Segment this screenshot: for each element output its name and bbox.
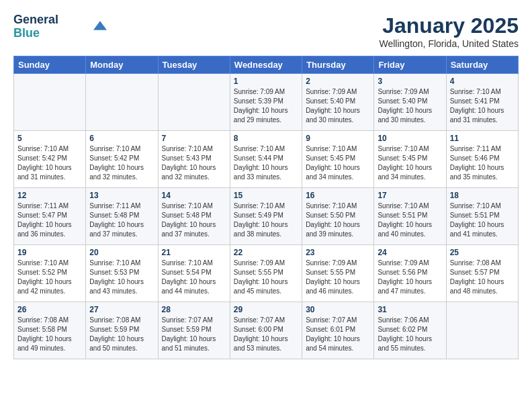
calendar-table: Sunday Monday Tuesday Wednesday Thursday… (13, 56, 519, 359)
calendar-cell: 25Sunrise: 7:08 AM Sunset: 5:57 PM Dayli… (446, 245, 518, 302)
day-info: Sunrise: 7:10 AM Sunset: 5:42 PM Dayligh… (89, 144, 154, 182)
calendar-cell: 8Sunrise: 7:10 AM Sunset: 5:44 PM Daylig… (230, 131, 302, 188)
day-number: 23 (306, 248, 370, 257)
day-info: Sunrise: 7:10 AM Sunset: 5:45 PM Dayligh… (306, 144, 370, 182)
col-thursday: Thursday (302, 56, 374, 74)
day-info: Sunrise: 7:09 AM Sunset: 5:39 PM Dayligh… (234, 87, 298, 125)
calendar-cell: 5Sunrise: 7:10 AM Sunset: 5:42 PM Daylig… (14, 131, 86, 188)
day-info: Sunrise: 7:09 AM Sunset: 5:56 PM Dayligh… (378, 259, 442, 296)
calendar-week-row: 26Sunrise: 7:08 AM Sunset: 5:58 PM Dayli… (14, 302, 519, 359)
day-info: Sunrise: 7:10 AM Sunset: 5:43 PM Dayligh… (162, 144, 226, 182)
calendar-cell: 23Sunrise: 7:09 AM Sunset: 5:55 PM Dayli… (302, 245, 374, 302)
day-number: 19 (17, 248, 82, 257)
calendar-header-row: Sunday Monday Tuesday Wednesday Thursday… (14, 56, 519, 74)
day-number: 29 (234, 305, 298, 314)
day-number: 10 (378, 134, 442, 143)
calendar-cell: 15Sunrise: 7:10 AM Sunset: 5:49 PM Dayli… (230, 188, 302, 245)
calendar-cell: 26Sunrise: 7:08 AM Sunset: 5:58 PM Dayli… (14, 302, 86, 359)
day-info: Sunrise: 7:09 AM Sunset: 5:55 PM Dayligh… (306, 259, 370, 296)
col-sunday: Sunday (14, 56, 86, 74)
calendar-cell: 29Sunrise: 7:07 AM Sunset: 6:00 PM Dayli… (230, 302, 302, 359)
logo-text: GeneralBlue (13, 13, 58, 40)
calendar-week-row: 1Sunrise: 7:09 AM Sunset: 5:39 PM Daylig… (14, 74, 519, 131)
calendar-cell: 6Sunrise: 7:10 AM Sunset: 5:42 PM Daylig… (86, 131, 158, 188)
day-number: 15 (234, 191, 298, 200)
day-info: Sunrise: 7:10 AM Sunset: 5:53 PM Dayligh… (89, 259, 154, 296)
calendar-cell: 31Sunrise: 7:06 AM Sunset: 6:02 PM Dayli… (374, 302, 446, 359)
col-monday: Monday (86, 56, 158, 74)
calendar-cell: 18Sunrise: 7:10 AM Sunset: 5:51 PM Dayli… (446, 188, 518, 245)
calendar-cell: 19Sunrise: 7:10 AM Sunset: 5:52 PM Dayli… (14, 245, 86, 302)
calendar-cell: 13Sunrise: 7:11 AM Sunset: 5:48 PM Dayli… (86, 188, 158, 245)
day-number: 12 (17, 191, 82, 200)
day-number: 2 (306, 77, 370, 86)
logo-icon (93, 21, 107, 30)
day-info: Sunrise: 7:10 AM Sunset: 5:41 PM Dayligh… (450, 87, 515, 125)
day-number: 14 (162, 191, 226, 200)
day-number: 21 (162, 248, 226, 257)
day-info: Sunrise: 7:06 AM Sunset: 6:02 PM Dayligh… (378, 316, 442, 353)
calendar-subtitle: Wellington, Florida, United States (379, 38, 519, 49)
col-friday: Friday (374, 56, 446, 74)
logo: GeneralBlue (13, 13, 107, 40)
day-info: Sunrise: 7:10 AM Sunset: 5:44 PM Dayligh… (234, 144, 298, 182)
day-number: 6 (89, 134, 154, 143)
calendar-cell: 21Sunrise: 7:10 AM Sunset: 5:54 PM Dayli… (158, 245, 230, 302)
calendar-cell: 3Sunrise: 7:09 AM Sunset: 5:40 PM Daylig… (374, 74, 446, 131)
calendar-cell: 17Sunrise: 7:10 AM Sunset: 5:51 PM Dayli… (374, 188, 446, 245)
day-info: Sunrise: 7:10 AM Sunset: 5:52 PM Dayligh… (17, 259, 82, 296)
day-number: 4 (450, 77, 515, 86)
page-header: GeneralBlue January 2025 Wellington, Flo… (13, 13, 519, 49)
calendar-week-row: 19Sunrise: 7:10 AM Sunset: 5:52 PM Dayli… (14, 245, 519, 302)
day-number: 16 (306, 191, 370, 200)
day-number: 25 (450, 248, 515, 257)
day-info: Sunrise: 7:07 AM Sunset: 6:01 PM Dayligh… (306, 316, 370, 353)
day-info: Sunrise: 7:09 AM Sunset: 5:55 PM Dayligh… (234, 259, 298, 296)
day-info: Sunrise: 7:09 AM Sunset: 5:40 PM Dayligh… (306, 87, 370, 125)
day-number: 30 (306, 305, 370, 314)
calendar-cell: 10Sunrise: 7:10 AM Sunset: 5:45 PM Dayli… (374, 131, 446, 188)
day-info: Sunrise: 7:10 AM Sunset: 5:45 PM Dayligh… (378, 144, 442, 182)
col-wednesday: Wednesday (230, 56, 302, 74)
day-info: Sunrise: 7:10 AM Sunset: 5:49 PM Dayligh… (234, 201, 298, 239)
calendar-week-row: 5Sunrise: 7:10 AM Sunset: 5:42 PM Daylig… (14, 131, 519, 188)
day-info: Sunrise: 7:08 AM Sunset: 5:59 PM Dayligh… (89, 316, 154, 353)
day-number: 9 (306, 134, 370, 143)
calendar-cell: 28Sunrise: 7:07 AM Sunset: 5:59 PM Dayli… (158, 302, 230, 359)
day-info: Sunrise: 7:11 AM Sunset: 5:48 PM Dayligh… (89, 201, 154, 239)
calendar-cell: 20Sunrise: 7:10 AM Sunset: 5:53 PM Dayli… (86, 245, 158, 302)
calendar-week-row: 12Sunrise: 7:11 AM Sunset: 5:47 PM Dayli… (14, 188, 519, 245)
col-saturday: Saturday (446, 56, 518, 74)
day-number: 24 (378, 248, 442, 257)
calendar-cell: 27Sunrise: 7:08 AM Sunset: 5:59 PM Dayli… (86, 302, 158, 359)
calendar-cell: 2Sunrise: 7:09 AM Sunset: 5:40 PM Daylig… (302, 74, 374, 131)
calendar-cell: 12Sunrise: 7:11 AM Sunset: 5:47 PM Dayli… (14, 188, 86, 245)
day-number: 8 (234, 134, 298, 143)
day-info: Sunrise: 7:10 AM Sunset: 5:50 PM Dayligh… (306, 201, 370, 239)
day-info: Sunrise: 7:08 AM Sunset: 5:57 PM Dayligh… (450, 259, 515, 296)
calendar-cell: 1Sunrise: 7:09 AM Sunset: 5:39 PM Daylig… (230, 74, 302, 131)
day-number: 20 (89, 248, 154, 257)
day-number: 17 (378, 191, 442, 200)
calendar-cell: 9Sunrise: 7:10 AM Sunset: 5:45 PM Daylig… (302, 131, 374, 188)
calendar-cell: 14Sunrise: 7:10 AM Sunset: 5:48 PM Dayli… (158, 188, 230, 245)
day-info: Sunrise: 7:09 AM Sunset: 5:40 PM Dayligh… (378, 87, 442, 125)
calendar-cell: 24Sunrise: 7:09 AM Sunset: 5:56 PM Dayli… (374, 245, 446, 302)
calendar-cell (86, 74, 158, 131)
day-number: 3 (378, 77, 442, 86)
calendar-cell (14, 74, 86, 131)
day-number: 18 (450, 191, 515, 200)
day-number: 11 (450, 134, 515, 143)
calendar-cell: 7Sunrise: 7:10 AM Sunset: 5:43 PM Daylig… (158, 131, 230, 188)
day-number: 13 (89, 191, 154, 200)
calendar-cell: 30Sunrise: 7:07 AM Sunset: 6:01 PM Dayli… (302, 302, 374, 359)
calendar-title: January 2025 (379, 13, 519, 38)
calendar-cell (446, 302, 518, 359)
day-info: Sunrise: 7:10 AM Sunset: 5:54 PM Dayligh… (162, 259, 226, 296)
day-info: Sunrise: 7:11 AM Sunset: 5:46 PM Dayligh… (450, 144, 515, 182)
day-number: 22 (234, 248, 298, 257)
calendar-cell (158, 74, 230, 131)
day-number: 31 (378, 305, 442, 314)
day-info: Sunrise: 7:10 AM Sunset: 5:51 PM Dayligh… (378, 201, 442, 239)
calendar-cell: 4Sunrise: 7:10 AM Sunset: 5:41 PM Daylig… (446, 74, 518, 131)
